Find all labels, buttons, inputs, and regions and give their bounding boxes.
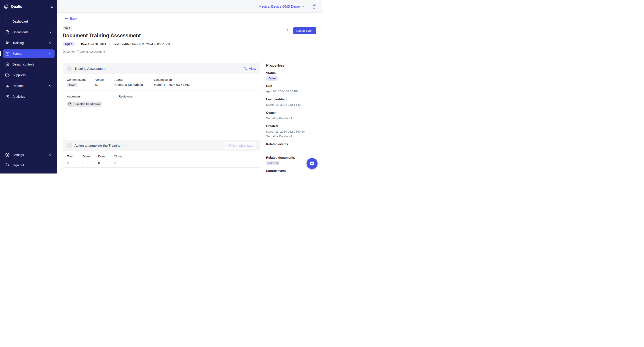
sidebar-item-documents[interactable]: Documents [3,28,54,36]
sidebar-item-reports[interactable]: Reports [3,82,54,90]
meta-separator: · [109,42,110,46]
sidebar-item-label: Documents [12,30,28,34]
card-header: Training Assessment View [63,63,260,74]
sidebar-item-label: Reports [12,84,24,88]
sidebar-item-dashboard[interactable]: Dashboard [3,17,54,26]
logo-text: Qualio [11,5,22,9]
property-related-events: Related events - [266,142,316,152]
gear-icon [5,153,10,157]
document-icon [5,30,10,34]
content-meta-section: Content status Draft Version 0.1 Author … [63,74,260,90]
property-last-modified: Last modified March 11, 2024 03:51 PM [266,98,316,107]
step-check-icon [67,143,72,148]
view-link[interactable]: View [244,67,256,70]
workspace-name: Medical Device QMS Demo [259,4,300,8]
back-arrow-icon [64,16,68,20]
field-label: Author [114,78,154,82]
status-badge: Open [62,42,75,46]
sidebar-item-label: Suppliers [12,73,26,77]
sidebar-item-label: Settings [12,153,24,157]
approvers-label: Approvers [67,95,119,98]
sidebar-item-sign-out[interactable]: Sign out [3,161,54,170]
property-created: Created March 11, 2024 03:50 PM by Sumat… [266,124,316,138]
sidebar-item-analytics[interactable]: Analytics [3,92,54,101]
sidebar-item-label: Design controls [12,62,34,66]
truck-icon [5,73,10,77]
action-stats: Total 0 Open 0 Done 0 Closed [63,151,260,168]
page-title: Document Training Assessment [62,32,316,39]
action-step-card: Action to complete the Training Complete… [62,140,260,174]
sidebar-item-label: Sign out [12,164,24,167]
step-check-icon [67,66,72,71]
export-event-button[interactable]: Export event [294,27,316,34]
qualio-logo-icon [4,4,9,10]
user-check-icon [5,41,10,45]
properties-title: Properties [266,63,316,68]
sidebar-item-label: Analytics [12,95,25,98]
dashboard-icon [5,19,10,24]
chevron-down-icon [48,153,52,157]
header-actions: Export event [286,27,316,34]
field-label: Version [95,78,114,82]
properties-panel: Properties Status Open Due April 08, 202… [266,57,316,174]
chevron-down-icon [302,5,305,8]
sidebar-item-settings[interactable]: Settings [3,151,54,159]
chevron-down-icon [48,84,52,88]
sidebar: Qualio Dashboard Documents [0,0,57,174]
workspace-switcher[interactable]: Medical Device QMS Demo [259,4,305,8]
stat-value: 0 [114,161,130,165]
training-assessment-card: Training Assessment View Content status … [62,63,260,134]
event-id-badge: TA-1 [62,26,72,30]
event-meta-row: Open · Due April 08, 2024 · Last modifed… [62,42,316,46]
field-label: Content status [67,78,95,82]
sidebar-item-design-controls[interactable]: Design controls [3,60,54,69]
chevron-down-icon [48,30,52,34]
property-owner: Owner Sumatha Kondabolu [266,111,316,120]
pie-chart-icon [5,94,10,99]
question-circle-icon: ? [68,102,72,106]
qualio-app: Qualio Dashboard Documents [0,0,322,174]
field-value: Sumatha Kondabolu [114,83,154,86]
field-label: Last modified [154,78,190,82]
sidebar-item-label: Dashboard [12,20,28,23]
approver-chip: ? Sumatha Kondabolu [67,102,102,107]
event-description: Document Training Assessment [62,50,316,53]
card-title: Training Assessment [74,67,106,70]
sidebar-header: Qualio [0,0,57,13]
meta-separator: · [77,42,78,46]
stat-value: 0 [67,161,82,165]
status-badge: Open [266,76,278,81]
chat-launcher-button[interactable] [306,158,318,169]
card-title: Action to complete the Training [74,144,120,147]
property-status: Status Open [266,71,316,80]
sidebar-item-training[interactable]: Training [3,39,54,47]
help-icon[interactable]: ? [312,4,316,9]
approvers-section: Approvers Reviewers ? Sumatha Kondabolu [63,91,260,107]
sidebar-item-events[interactable]: Events [3,50,54,58]
sidebar-collapse-icon[interactable] [50,5,54,9]
layers-icon [5,62,10,67]
field-value: March 11, 2024 03:51 PM [154,83,190,86]
sidebar-item-suppliers[interactable]: Suppliers [3,71,54,79]
chevron-down-icon [48,41,52,45]
check-circle-icon [228,144,231,147]
property-due: Due April 08, 2024 04:50 PM [266,84,316,94]
complete-step-button[interactable]: Complete step [225,142,256,149]
bar-chart-icon [5,84,10,88]
stat-label: Done [98,155,114,158]
back-link[interactable]: Back [64,16,77,20]
related-document-badge[interactable]: SOPP-6 [266,161,280,165]
sidebar-footer: Settings Sign out [0,149,57,174]
due-meta: Due April 08, 2024 [81,42,106,46]
more-options-icon[interactable] [286,28,289,34]
sidebar-nav: Dashboard Documents Training [0,13,57,101]
sidebar-item-label: Training [12,41,24,45]
property-source-event: Source event - [266,169,316,174]
back-label: Back [70,17,77,20]
field-value: 0.1 [95,83,114,86]
main-content: Back Export event TA-1 Document Training… [57,13,322,174]
chat-bubble-icon [309,161,315,166]
stat-value: 0 [98,161,114,165]
stat-label: Closed [114,155,130,158]
magnifier-icon [244,67,247,70]
